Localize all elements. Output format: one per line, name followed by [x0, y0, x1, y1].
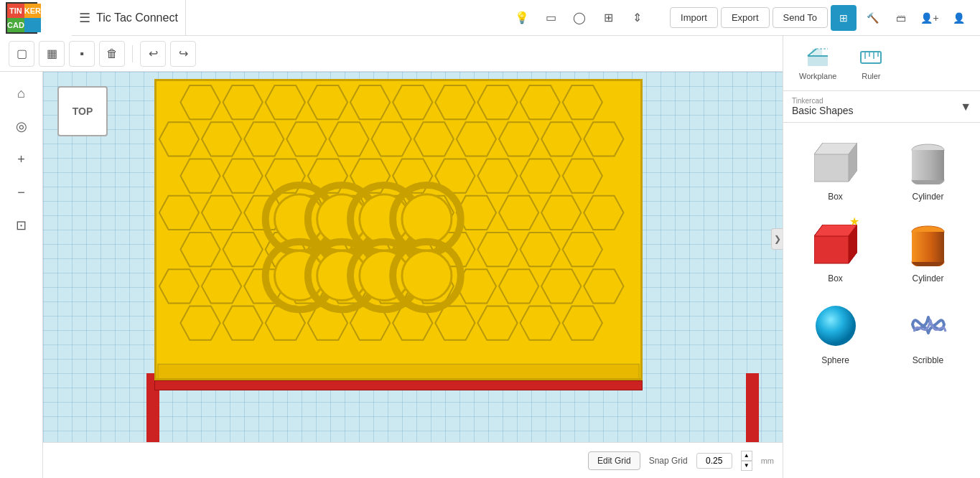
right-panel-header: Workplane Ruler	[783, 36, 980, 91]
box-grey-icon-1	[811, 137, 861, 187]
svg-rect-92	[158, 364, 639, 378]
svg-marker-17	[329, 122, 368, 156]
cylinder-grey-label-1: Cylinder	[912, 192, 943, 202]
svg-marker-22	[541, 122, 581, 156]
svg-marker-65	[584, 269, 623, 303]
sphere-blue-label: Sphere	[821, 355, 849, 365]
svg-marker-7	[350, 85, 390, 119]
svg-marker-53	[521, 233, 560, 266]
logo-tin: TIN	[7, 4, 24, 18]
snap-increment-btn[interactable]: ▲	[741, 451, 752, 461]
light-tool-btn[interactable]: 💡	[509, 5, 535, 31]
toolbar-separator	[132, 45, 133, 62]
svg-marker-3	[180, 85, 220, 119]
cylinder-grey-icon-1	[903, 137, 953, 187]
copy-btn[interactable]: ▦	[39, 41, 65, 67]
tinkercad-logo[interactable]: TIN KER CAD	[6, 2, 37, 34]
export-button[interactable]: Export	[721, 7, 770, 28]
snap-tool-btn[interactable]: ⊞	[595, 5, 621, 31]
workplane-tool-btn[interactable]: Workplane	[792, 42, 844, 85]
select-btn[interactable]: ◎	[7, 112, 36, 141]
left-panel: ⌂ ◎ + − ⊡	[0, 72, 43, 478]
home-btn[interactable]: ⌂	[7, 79, 36, 108]
svg-marker-46	[223, 233, 263, 266]
panel-collapse-arrow[interactable]: ❯	[771, 228, 783, 250]
add-user-btn[interactable]: 👤+	[917, 5, 943, 31]
circle-select-tool-btn[interactable]: ◯	[566, 5, 592, 31]
project-name-area: ☰ Tic Tac Connect	[72, 0, 186, 35]
shape-item-cylinder-orange[interactable]: Cylinder	[882, 210, 974, 292]
box-red-label: Box	[828, 273, 843, 283]
top-view-label: TOP	[57, 86, 108, 136]
mirror-tool-btn[interactable]: ⇕	[624, 5, 650, 31]
undo-btn[interactable]: ↩	[140, 41, 166, 67]
svg-marker-13	[159, 122, 199, 156]
svg-marker-9	[435, 85, 475, 119]
shape-item-scribble[interactable]: Scribble	[882, 292, 974, 374]
workplane-icon	[806, 46, 829, 69]
dropdown-arrow-icon: ▼	[960, 100, 971, 113]
svg-marker-10	[477, 85, 517, 119]
hammer-btn[interactable]: 🔨	[859, 5, 885, 31]
new-btn[interactable]: ▢	[9, 41, 34, 67]
redo-btn[interactable]: ↪	[170, 41, 196, 67]
delete-btn[interactable]: 🗑	[99, 41, 125, 67]
main-toolbar: 💡 ▭ ◯ ⊞ ⇕	[186, 0, 661, 35]
box-grey-label-1: Box	[828, 192, 843, 202]
svg-marker-45	[180, 233, 220, 266]
svg-marker-21	[499, 122, 538, 156]
right-leg-post	[746, 373, 759, 452]
zoom-in-btn[interactable]: +	[7, 145, 36, 174]
profile-btn[interactable]: 👤	[946, 5, 971, 31]
canvas-area[interactable]: TOP	[43, 72, 783, 478]
svg-marker-56	[202, 269, 241, 303]
right-panel: Workplane Ruler Tinkercad Basic Shapes ▼	[783, 36, 980, 478]
zoom-out-btn[interactable]: −	[7, 178, 36, 207]
box-btn[interactable]: 🗃	[888, 5, 914, 31]
import-button[interactable]: Import	[670, 7, 718, 28]
dropdown-source: Tinkercad	[792, 97, 854, 105]
svg-marker-20	[457, 122, 496, 156]
bottom-bar: Edit Grid Snap Grid ▲ ▼ mm	[43, 442, 783, 478]
shape-item-box-red[interactable]: ★ Box	[789, 210, 882, 292]
menu-icon[interactable]: ☰	[79, 10, 90, 26]
grid-view-btn[interactable]: ⊞	[831, 5, 857, 31]
shapes-grid: Box Cylind	[783, 123, 980, 380]
fit-btn[interactable]: ⊡	[7, 211, 36, 240]
duplicate-btn[interactable]: ▪	[69, 41, 95, 67]
svg-marker-42	[499, 196, 538, 230]
dropdown-label: Basic Shapes	[792, 105, 854, 116]
shapes-dropdown[interactable]: Tinkercad Basic Shapes ▼	[783, 91, 980, 123]
svg-marker-55	[159, 269, 199, 303]
shape-item-box-grey-1[interactable]: Box	[789, 128, 882, 210]
red-bar	[154, 380, 643, 390]
logo-area: TIN KER CAD	[0, 0, 72, 36]
svg-point-91	[402, 251, 452, 301]
shape-item-cylinder-grey-1[interactable]: Cylinder	[882, 128, 974, 210]
send-to-button[interactable]: Send To	[773, 7, 828, 28]
ruler-tool-label: Ruler	[862, 72, 880, 80]
yellow-board[interactable]	[154, 79, 643, 380]
svg-marker-19	[414, 122, 454, 156]
svg-marker-14	[202, 122, 241, 156]
svg-marker-24	[180, 159, 220, 192]
svg-rect-93	[808, 56, 828, 66]
svg-marker-52	[477, 233, 517, 266]
nav-icons: ⊞ 🔨 🗃 👤+ 👤	[831, 5, 971, 31]
svg-marker-66	[180, 306, 220, 339]
ruler-tool-btn[interactable]: Ruler	[852, 42, 890, 85]
snap-grid-spinner: ▲ ▼	[741, 451, 752, 471]
snap-decrement-btn[interactable]: ▼	[741, 461, 752, 471]
svg-marker-64	[541, 269, 581, 303]
shape-item-sphere-blue[interactable]: Sphere	[789, 292, 882, 374]
scribble-icon	[903, 301, 953, 351]
dropdown-content: Tinkercad Basic Shapes	[792, 97, 854, 116]
rect-select-tool-btn[interactable]: ▭	[538, 5, 564, 31]
edit-grid-button[interactable]: Edit Grid	[588, 451, 640, 470]
project-title[interactable]: Tic Tac Connect	[96, 11, 178, 24]
header: TIN KER CAD ☰ Tic Tac Connect 💡 ▭ ◯ ⊞ ⇕ …	[0, 0, 980, 36]
svg-marker-32	[521, 159, 560, 192]
snap-grid-input[interactable]	[696, 453, 732, 469]
header-right: Import Export Send To ⊞ 🔨 🗃 👤+ 👤	[661, 0, 980, 35]
svg-rect-97	[812, 49, 822, 56]
